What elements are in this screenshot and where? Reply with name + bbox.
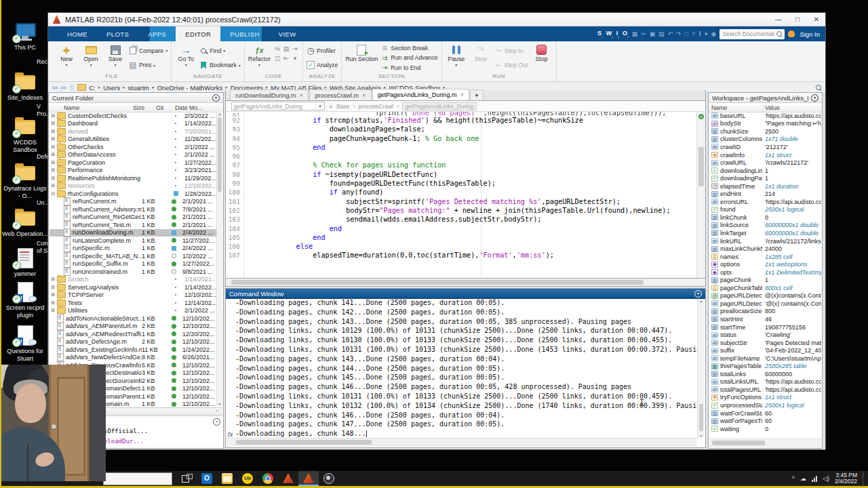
bookmark-button[interactable]: Bookmark▾ (199, 62, 241, 69)
current-folder-header[interactable]: Current Folder ▾ (49, 93, 223, 103)
editor-tab-getpagesandlinks_during-m[interactable]: getPagesAndLinks_During.m✕ (372, 89, 469, 100)
console-line[interactable]: -Downloading links, chunk 10130 (100.0%)… (226, 336, 697, 346)
console-line[interactable]: -Downloading links, chunk 10132 (100.0%)… (226, 402, 697, 411)
community-icon[interactable]: ◉ (711, 30, 717, 37)
file-row[interactable]: ⊞Tests12/14/202... (50, 299, 217, 307)
console-hscrollbar[interactable] (226, 438, 697, 447)
workspace-menu-icon[interactable]: ▾ (811, 94, 818, 102)
variable-row-options[interactable]: ◆options1x1 weboptions (709, 260, 821, 268)
tray-chevron-icon[interactable]: ^ (792, 475, 795, 482)
console-line[interactable]: -Downloading pages, chunk 143...Done (25… (226, 355, 697, 365)
code-line-98[interactable]: if ~isempty(pageURLDetectFunc) (246, 171, 696, 180)
file-row[interactable]: reRunCurrent_ReGetGec...1 KB2/1/2021 ... (50, 214, 217, 222)
file-row[interactable]: ⊞GeneralUtilities11/26/202... (50, 136, 217, 144)
console-output[interactable]: -Downloading pages, chunk 141...Done (25… (226, 299, 697, 438)
taskbar-app-file-explorer[interactable] (217, 471, 237, 486)
variable-row-linkTarget[interactable]: ▦linkTarget60000000x1 double (709, 229, 821, 237)
code-line-104[interactable]: end (246, 225, 696, 234)
breadcrumb-item[interactable]: C: (89, 84, 96, 92)
taskbar-app-outlook[interactable]: O (197, 471, 217, 486)
taskbar-app-ultraedit[interactable]: Ue (237, 471, 258, 486)
copy-icon[interactable]: ▣ (650, 30, 656, 37)
file-row[interactable]: ⊞ServerLogAnalysis1/14/2022... (50, 283, 217, 291)
function-stack-breadcrumb[interactable]: Base›processCrawl›getPagesAndLinks_Durin… (336, 102, 477, 110)
taskbar-app-task-view[interactable] (176, 471, 197, 486)
editor-scrollbar[interactable]: ✓ (696, 112, 705, 278)
desktop-icon-web-operation-[interactable]: ✓Web Operation... (1, 208, 49, 238)
panel-menu-icon[interactable]: ▾ (212, 94, 220, 102)
file-row[interactable]: ⊞derived7/20/2021... (50, 127, 217, 136)
tab-close-icon[interactable]: ✕ (460, 92, 464, 98)
console-line[interactable]: -Downloading pages, chunk 144...Done (25… (226, 365, 697, 374)
editor-tab-rundownloadduring-m[interactable]: runDownloadDuring.m✕ (230, 89, 309, 100)
quick-shortcut-w[interactable]: W, (606, 30, 613, 38)
ribbon-tab-apps[interactable]: APPS (138, 26, 176, 41)
open-button[interactable]: Open▾ (80, 43, 102, 73)
goto-stack-icon[interactable]: ≡ (329, 103, 332, 110)
quick-shortcut-s[interactable]: S, (597, 30, 603, 38)
stack-crumb[interactable]: Base (336, 103, 349, 110)
console-line[interactable]: -Downloading pages, chunk 143...Done (25… (226, 318, 697, 327)
command-window-menu-icon[interactable]: ▾ (694, 290, 702, 298)
dropdown-icon[interactable]: ▾ (705, 30, 708, 37)
code-line-95[interactable]: end (246, 144, 696, 152)
file-row[interactable]: runDownloadDuring.m1 KB2/4/2022 ... (50, 229, 217, 237)
variable-row-subjectStr[interactable]: absubjectStr'Pages Detected matchin (709, 339, 821, 347)
console-line[interactable]: -Downloading pages, chunk 146...Done (25… (226, 383, 697, 392)
desktop-icon-screen-recprd-plugin[interactable]: W✓Screen recprd plugin (1, 282, 49, 319)
editor-tab-processcrawl-m[interactable]: processCrawl.m✕ (309, 89, 371, 100)
breadcrumb-item[interactable]: stuartm (128, 84, 150, 92)
file-row[interactable]: ⊞Scratch1/14/2021... (50, 276, 217, 284)
code-line-96[interactable] (246, 152, 696, 161)
variable-row-crawlURL[interactable]: abcrawlURL'/crawls/212172' (709, 159, 821, 167)
variable-row-downloadingLinks[interactable]: ✓downloadingLinks1 (709, 167, 821, 175)
variable-row-suffix[interactable]: absuffix'04-Feb-2022_12_40_06' (709, 346, 821, 354)
variable-row-linkSource[interactable]: ▦linkSource60000000x1 double (709, 222, 821, 230)
back-icon[interactable]: ⇦ (52, 84, 58, 92)
go-to-button[interactable]: Go To▾ (175, 43, 197, 73)
file-row[interactable]: ⊞OtherDataAccess2/1/2022 ... (50, 151, 217, 159)
file-row[interactable]: ⊞Dashboard1/14/2022... (50, 120, 217, 128)
variable-row-tempFileName[interactable]: abtempFileName'C:\Users\stuartm\AppD (709, 354, 821, 363)
variable-row-pageURLDetectFunc[interactable]: @pageURLDetectFunc@(x)contains(x.Content (709, 292, 821, 300)
save-icon[interactable]: ▦ (632, 30, 638, 37)
variable-row-opts[interactable]: ◆opts1x1 DelimitedTextImport... (709, 268, 821, 277)
up-folder-icon[interactable]: ⇧ (69, 84, 75, 92)
network-icon[interactable] (812, 476, 817, 482)
breadcrumb-item[interactable]: Users (103, 84, 120, 92)
variable-row-downloadingPages[interactable]: ✓downloadingPages1 (709, 174, 821, 182)
desktop-icon-wcdds-sandbox[interactable]: ✓WCDDS Sandbox (1, 117, 49, 153)
variable-row-crawlInfo[interactable]: ≣crawlInfo1x1 struct (709, 151, 821, 159)
variable-row-errorsURL[interactable]: aberrorsURL'https://api.audisto.com (709, 198, 821, 206)
desktop-icon-dynatrace-logs-o-[interactable]: ✓Dynatrace Logs - O... (1, 163, 49, 199)
variable-row-names[interactable]: {}names1x285 cell (709, 253, 821, 261)
ribbon-tab-view[interactable]: VIEW (269, 26, 306, 41)
volume-icon[interactable]: ◁) (823, 475, 829, 482)
taskbar-app-chrome[interactable] (258, 471, 278, 486)
variable-row-unprocessedStatus[interactable]: ✓unprocessedStatus2500x1 logical (709, 401, 821, 409)
notification-bell-icon[interactable] (788, 30, 795, 37)
title-bar[interactable]: MATLAB R2021b (04-Feb-2022 12:40:01) pro… (48, 13, 825, 26)
command-window-header[interactable]: Command Window ▾ (226, 289, 705, 299)
editor-hscrollbar[interactable] (225, 279, 706, 287)
file-row[interactable]: ⊞CustomDefectChecks2/3/2022 ... (50, 112, 217, 120)
code-line-92[interactable]: if strcmp(status,'Finished') && height(t… (246, 117, 696, 125)
variable-row-status[interactable]: abstatus'Crawling' (709, 331, 821, 339)
file-row[interactable]: ⊞RealtimePublishMonitoring11/29/202... (50, 174, 217, 182)
show-desktop-button[interactable] (863, 471, 865, 486)
console-line[interactable]: -Downloading links, chunk 10131 (100.0%)… (226, 392, 697, 402)
new-tab-button[interactable]: + (470, 89, 483, 100)
file-row[interactable]: addVars_AEMParentUrl.m2 KB12/10/202... (50, 323, 217, 331)
code-line-103[interactable]: sendmail(wdds.emailAddress,subjectStr,bo… (246, 216, 696, 224)
file-row[interactable]: runLatestComplete.m1 KB11/27/202... (50, 237, 217, 245)
run-and-advance-button[interactable]: Run and Advance (380, 54, 437, 62)
undo-icon[interactable]: ↶ (668, 30, 673, 37)
code-line-94[interactable]: pageChunk=pageChunk-1; % Go back one (246, 135, 696, 144)
console-scrollbar[interactable]: ▲ ▼ (697, 299, 705, 438)
search-icon[interactable] (776, 31, 782, 37)
variable-row-preallocateSize[interactable]: ▦preallocateSize800 (709, 308, 821, 316)
documentation-search[interactable]: Search Documentation (719, 29, 785, 39)
variable-row-waitForPagesTime[interactable]: ▦waitForPagesTime60 (709, 417, 821, 425)
variable-row-totalLinksURL[interactable]: abtotalLinksURL'https://api.audisto.com (709, 378, 821, 386)
preview-menu-icon[interactable]: ▾ (213, 418, 220, 426)
